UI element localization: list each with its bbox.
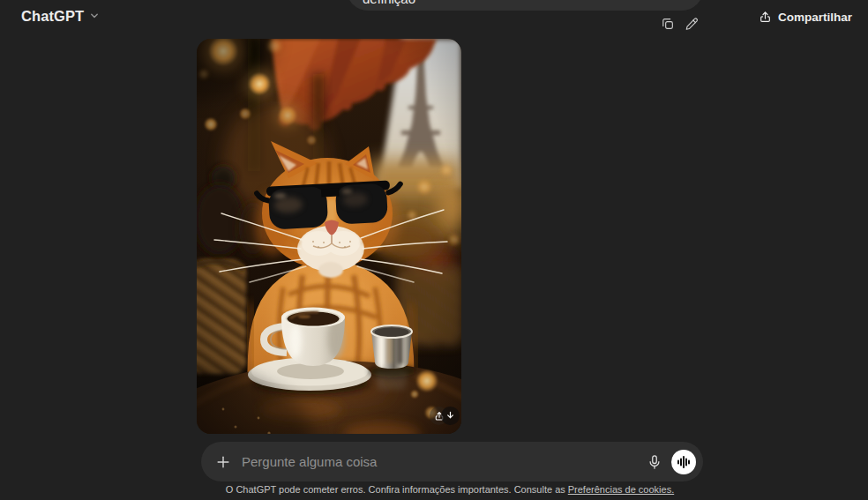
- plus-icon: [214, 453, 232, 471]
- model-switcher[interactable]: ChatGPT: [18, 5, 103, 26]
- dictate-button[interactable]: [643, 451, 666, 474]
- share-label: Compartilhar: [778, 11, 852, 24]
- message-actions: [661, 17, 699, 31]
- vignette: [197, 39, 461, 434]
- edit-button[interactable]: [685, 17, 699, 31]
- microphone-icon: [647, 454, 662, 470]
- cookie-preferences-link[interactable]: Preferências de cookies.: [568, 484, 674, 495]
- edit-icon: [685, 17, 699, 31]
- cat-cafe-photo: [197, 39, 461, 434]
- composer: [201, 442, 703, 481]
- chatgpt-window: ChatGPT Compartilhar definição: [0, 0, 868, 500]
- disclaimer-text: O ChatGPT pode cometer erros. Confira in…: [226, 484, 565, 495]
- waveform-icon: [677, 455, 690, 469]
- app-title: ChatGPT: [21, 8, 84, 25]
- share-icon: [759, 11, 772, 24]
- user-message-text: definição: [363, 0, 415, 6]
- user-message-bubble: definição: [347, 0, 703, 11]
- download-icon: [445, 410, 456, 422]
- copy-icon: [661, 17, 675, 31]
- share-button[interactable]: Compartilhar: [753, 5, 857, 28]
- image-download-button[interactable]: [441, 407, 460, 425]
- copy-button[interactable]: [661, 17, 675, 31]
- attach-button[interactable]: [213, 451, 234, 473]
- chevron-down-icon: [89, 11, 100, 21]
- voice-mode-button[interactable]: [671, 450, 696, 474]
- message-input[interactable]: [242, 454, 643, 469]
- generated-image[interactable]: [197, 39, 461, 434]
- disclaimer: O ChatGPT pode cometer erros. Confira in…: [197, 484, 703, 495]
